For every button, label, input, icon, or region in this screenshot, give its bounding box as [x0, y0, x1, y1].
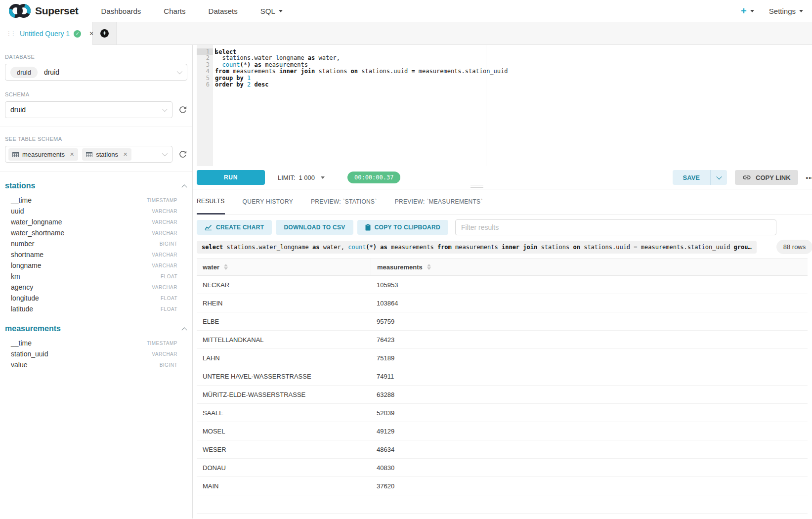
schema-sidebar: DATABASE druid druid SCHEMA druid SEE TA…	[0, 45, 193, 519]
sql-code-line[interactable]: from measurements inner join stations on…	[215, 68, 508, 75]
table-row[interactable]: NECKAR105953	[197, 276, 808, 294]
cell-water: MOSEL	[197, 428, 371, 435]
cell-measurements: 40830	[371, 464, 808, 472]
download-csv-label: DOWNLOAD TO CSV	[284, 224, 345, 231]
chevron-down-icon	[162, 151, 168, 156]
save-split-button: SAVE	[673, 170, 727, 185]
cell-measurements: 76423	[371, 336, 808, 344]
column-type: BIGINT	[160, 362, 177, 368]
copy-link-button[interactable]: COPY LINK	[735, 170, 798, 185]
column-type: VARCHAR	[152, 252, 177, 258]
panel-resize-handle[interactable]	[470, 185, 483, 188]
table-row[interactable]: MOSEL49129	[197, 422, 808, 440]
chevron-down-icon	[177, 69, 182, 74]
chevron-up-icon[interactable]	[181, 184, 187, 190]
schema-column-row: water_shortnameVARCHAR	[0, 227, 192, 238]
schema-column-row: __timeTIMESTAMP	[0, 338, 192, 348]
sql-code-line[interactable]: order by 2 desc	[215, 82, 508, 88]
database-type-badge: druid	[10, 67, 38, 78]
tab-preview-measurements[interactable]: PREVIEW: `MEASUREMENTS`	[395, 189, 483, 214]
gutter-line-number: 3	[197, 62, 213, 68]
new-query-tab-button[interactable]: +	[93, 22, 117, 45]
table-row[interactable]: MÜRITZ-ELDE-WASSERSTRASSE63288	[197, 386, 808, 404]
sql-editor[interactable]: 123456 select stations.water_longname as…	[193, 45, 812, 166]
save-button[interactable]: SAVE	[673, 170, 710, 185]
limit-dropdown[interactable]: LIMIT: 1 000	[278, 174, 325, 181]
table-pill-stations[interactable]: stations✕	[82, 148, 131, 161]
tab-preview-stations[interactable]: PREVIEW: `STATIONS`	[311, 189, 377, 214]
gutter-line-number: 4	[197, 68, 213, 75]
column-header-water[interactable]: water	[197, 259, 371, 275]
table-schema-select[interactable]: measurements✕stations✕	[5, 146, 172, 163]
sql-code-line[interactable]: group by 1	[215, 75, 508, 82]
table-grid-icon	[86, 152, 92, 157]
remove-table-icon[interactable]: ✕	[70, 151, 74, 158]
sql-code-line[interactable]: count(*) as measurements	[215, 62, 508, 68]
tab-query-history[interactable]: QUERY HISTORY	[243, 189, 293, 214]
table-row[interactable]: LAHN75189	[197, 349, 808, 367]
column-type: BIGINT	[160, 241, 177, 247]
table-row[interactable]: MITTELLANDKANAL76423	[197, 331, 808, 349]
tab-untitled-query[interactable]: ⋮⋮ Untitled Query 1 ✓ ✕	[0, 22, 93, 45]
schema-table-header-measurements[interactable]: measurements	[5, 324, 186, 333]
results-table-body: NECKAR105953RHEIN103864ELBE95759MITTELLA…	[197, 276, 808, 514]
sort-icon[interactable]	[224, 264, 228, 270]
column-type: VARCHAR	[152, 230, 177, 236]
refresh-schema-icon[interactable]	[178, 105, 187, 114]
column-type: FLOAT	[161, 274, 177, 279]
sql-code-line[interactable]: stations.water_longname as water,	[215, 55, 508, 61]
schema-table-header-stations[interactable]: stations	[5, 181, 186, 190]
schema-select[interactable]: druid	[5, 101, 172, 118]
save-options-button[interactable]	[710, 170, 727, 185]
cell-water: LAHN	[197, 354, 371, 362]
table-row[interactable]: WESER48634	[197, 440, 808, 459]
table-row[interactable]: ELBE95759	[197, 312, 808, 331]
create-chart-button[interactable]: CREATE CHART	[197, 220, 272, 235]
filter-results-input[interactable]	[455, 219, 776, 235]
chevron-down-icon	[321, 176, 325, 179]
table-pill-label: stations	[96, 151, 118, 158]
tab-results[interactable]: RESULTS	[197, 189, 225, 215]
column-name: uuid	[11, 207, 24, 215]
column-header-label: measurements	[377, 263, 423, 271]
sql-code-line[interactable]: select	[215, 48, 508, 55]
nav-charts[interactable]: Charts	[164, 7, 185, 15]
nav-datasets[interactable]: Datasets	[209, 7, 238, 15]
superset-logo[interactable]: Superset	[9, 3, 78, 19]
nav-sql-label: SQL	[260, 7, 275, 15]
more-options-button[interactable]: •••	[806, 174, 812, 181]
cell-measurements: 48634	[371, 446, 808, 453]
schema-column-row: valueBIGINT	[0, 359, 192, 370]
run-button[interactable]: RUN	[197, 170, 265, 185]
settings-menu[interactable]: Settings	[769, 7, 803, 15]
column-name: water_shortname	[11, 229, 64, 237]
column-type: TIMESTAMP	[147, 198, 177, 203]
column-type: VARCHAR	[152, 209, 177, 214]
table-row[interactable]: RHEIN103864	[197, 294, 808, 312]
remove-table-icon[interactable]: ✕	[123, 151, 128, 158]
table-pill-measurements[interactable]: measurements✕	[8, 148, 78, 161]
add-tab-icon: +	[100, 29, 109, 38]
sql-code[interactable]: select stations.water_longname as water,…	[213, 45, 508, 166]
table-row[interactable]: SAALE52039	[197, 404, 808, 422]
executed-query-preview[interactable]: select stations.water_longname as water,…	[197, 241, 757, 254]
chevron-up-icon[interactable]	[181, 327, 187, 333]
sort-icon[interactable]	[427, 264, 431, 270]
schema-column-row: longitudeFLOAT	[0, 293, 192, 303]
nav-sql-menu[interactable]: SQL	[260, 7, 283, 15]
copy-to-clipboard-button[interactable]: COPY TO CLIPBOARD	[357, 220, 448, 235]
table-row[interactable]: UNTERE HAVEL-WASSERSTRASSE74911	[197, 367, 808, 386]
column-header-measurements[interactable]: measurements	[371, 259, 808, 275]
table-row[interactable]: DONAU40830	[197, 459, 808, 477]
table-pill-label: measurements	[22, 151, 65, 158]
query-tab-bar: ⋮⋮ Untitled Query 1 ✓ ✕ +	[0, 22, 812, 45]
download-csv-button[interactable]: DOWNLOAD TO CSV	[276, 220, 353, 235]
table-row[interactable]: MAIN37620	[197, 477, 808, 495]
refresh-tables-icon[interactable]	[178, 150, 187, 159]
new-item-button[interactable]: +	[741, 6, 754, 16]
gutter-line-number: 1	[197, 48, 213, 55]
drag-handle-icon[interactable]: ⋮⋮	[6, 30, 15, 37]
database-select[interactable]: druid druid	[5, 64, 187, 81]
column-type: VARCHAR	[152, 351, 177, 357]
nav-dashboards[interactable]: Dashboards	[101, 7, 141, 15]
